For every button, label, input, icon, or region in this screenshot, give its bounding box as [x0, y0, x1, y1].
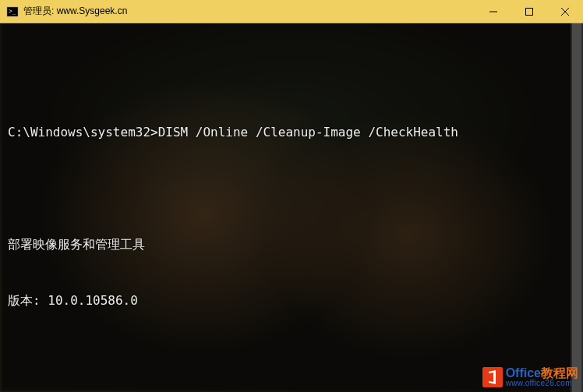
svg-text:>_: >_: [9, 8, 16, 15]
maximize-button[interactable]: [511, 0, 547, 23]
terminal-line: [8, 348, 575, 366]
terminal-line: [8, 67, 575, 86]
svg-rect-3: [526, 8, 533, 15]
terminal-line: [8, 179, 575, 198]
close-button[interactable]: [547, 0, 583, 23]
watermark-text: Office教程网 www.office26.com: [506, 367, 578, 387]
watermark-brand: Office教程网: [506, 367, 578, 380]
cmd-icon: >_: [6, 5, 19, 18]
window-controls: [475, 0, 583, 23]
window-titlebar[interactable]: >_ 管理员: www.Sysgeek.cn: [0, 0, 583, 23]
window-title: 管理员: www.Sysgeek.cn: [23, 5, 475, 18]
terminal-line: 版本: 10.0.10586.0: [8, 291, 575, 310]
scrollbar-vertical[interactable]: [571, 23, 583, 392]
watermark-url: www.office26.com: [506, 380, 578, 387]
watermark-logo-icon: [482, 367, 503, 387]
terminal-line: C:\Windows\system32>DISM /Online /Cleanu…: [8, 123, 575, 142]
terminal-line: 部署映像服务和管理工具: [8, 235, 575, 254]
watermark: Office教程网 www.office26.com: [482, 367, 578, 387]
scrollbar-thumb[interactable]: [572, 23, 581, 392]
minimize-button[interactable]: [475, 0, 511, 23]
terminal-output[interactable]: C:\Windows\system32>DISM /Online /Cleanu…: [0, 23, 583, 392]
